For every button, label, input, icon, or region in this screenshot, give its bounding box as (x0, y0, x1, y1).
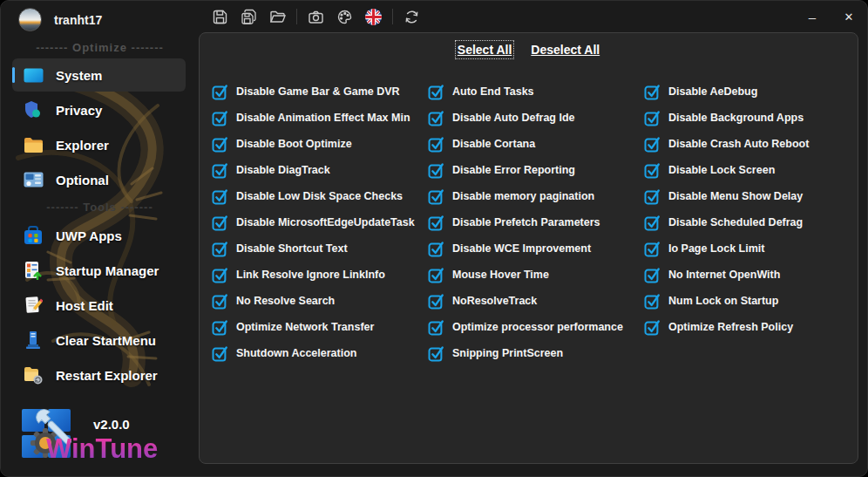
checkbox-item[interactable]: Shutdown Acceleration (212, 340, 425, 366)
sidebar-item-privacy[interactable]: Privacy (12, 93, 186, 126)
checkbox-checked-icon (644, 162, 661, 179)
sidebar-item-system[interactable]: System (12, 58, 186, 92)
checkbox-checked-icon (644, 110, 661, 126)
checkbox-item[interactable]: Disable Cortana (428, 131, 641, 157)
sidebar-item-label: Privacy (56, 103, 102, 118)
checkbox-column-2: Auto End Tasks Disable Auto Defrag Ide D… (428, 78, 641, 366)
checkbox-item[interactable]: Optimize Refresh Policy (644, 314, 858, 340)
optional-panel-icon (22, 168, 44, 191)
checkbox-item[interactable]: Disable Animation Effect Max Min (212, 105, 425, 131)
checkbox-item[interactable]: Disable Shortcut Text (212, 235, 425, 262)
checkbox-checked-icon (212, 84, 228, 100)
checkbox-checked-icon (428, 267, 444, 283)
language-uk-flag-button[interactable] (359, 3, 388, 30)
checkbox-item[interactable]: Optimize processor performance (428, 314, 641, 340)
checkbox-item[interactable]: Disable Low Disk Space Checks (212, 183, 425, 209)
checkbox-label: Disable Background Apps (668, 112, 804, 124)
toolbar-separator (296, 9, 297, 24)
checkbox-checked-icon (212, 241, 228, 257)
checkbox-checked-icon (644, 241, 661, 257)
checkbox-checked-icon (644, 319, 661, 336)
checkbox-checked-icon (428, 136, 444, 153)
sidebar-item-optional[interactable]: Optional (12, 163, 186, 196)
checkbox-label: Optimize Network Transfer (236, 321, 374, 333)
checkbox-item[interactable]: Disable AeDebug (644, 78, 858, 105)
app-version: v2.0.0 (93, 417, 130, 432)
checkbox-label: Disable MicrosoftEdgeUpdateTask (236, 216, 415, 228)
sidebar-item-label: Clear StartMenu (56, 333, 156, 348)
checkbox-item[interactable]: Disable Prefetch Parameters (428, 209, 641, 235)
checkbox-checked-icon (428, 84, 444, 100)
system-icon (22, 64, 44, 86)
checkbox-column-3: Disable AeDebug Disable Background Apps … (644, 78, 858, 340)
sidebar-item-explorer[interactable]: Explorer (12, 128, 186, 161)
tools-section-separator: ------- Tools ------- (1, 201, 199, 214)
checkbox-checked-icon (644, 136, 661, 153)
checkbox-item[interactable]: Mouse Hover Time (428, 262, 641, 288)
main-panel: Select All Deselect All Disable Game Bar… (199, 32, 858, 464)
save-copy-button[interactable] (234, 3, 263, 30)
checkbox-label: Disable Boot Optimize (236, 138, 352, 150)
checkbox-item[interactable]: Disable Lock Screen (644, 157, 858, 183)
checkbox-label: Disable Crash Auto Reboot (668, 138, 809, 150)
checkbox-checked-icon (428, 215, 444, 231)
checkbox-item[interactable]: Optimize Network Transfer (212, 314, 425, 340)
checkbox-item[interactable]: Disable Scheduled Defrag (644, 209, 858, 235)
startup-manager-icon (22, 259, 44, 282)
checkbox-item[interactable]: NoResolveTrack (428, 288, 641, 314)
screenshot-camera-button[interactable] (302, 3, 330, 30)
checkbox-item[interactable]: Link Resolve Ignore LinkInfo (212, 262, 425, 288)
checkbox-item[interactable]: Disable Auto Defrag Ide (428, 105, 641, 131)
checkbox-checked-icon (212, 293, 228, 310)
sidebar-item-startup-manager[interactable]: Startup Manager (12, 254, 186, 287)
close-button[interactable]: ✕ (831, 3, 867, 30)
checkbox-item[interactable]: Disable Menu Show Delay (644, 183, 858, 209)
selection-links: Select All Deselect All (200, 43, 858, 57)
select-all-link[interactable]: Select All (458, 43, 512, 57)
checkbox-checked-icon (212, 215, 228, 231)
checkbox-item[interactable]: Io Page Lock Limit (644, 235, 858, 262)
sidebar-item-restart-explorer[interactable]: Restart Explorer (12, 358, 186, 392)
theme-palette-button[interactable] (330, 3, 359, 30)
checkbox-label: Disable DiagTrack (236, 164, 330, 176)
user-profile[interactable]: tranht17 (18, 8, 102, 31)
sidebar-item-label: Startup Manager (56, 263, 159, 278)
sidebar-item-clear-startmenu[interactable]: Clear StartMenu (12, 324, 186, 357)
checkbox-item[interactable]: Disable MicrosoftEdgeUpdateTask (212, 209, 425, 235)
checkbox-label: Optimize Refresh Policy (668, 321, 793, 333)
sidebar-item-label: Restart Explorer (56, 368, 158, 383)
save-button[interactable] (206, 3, 234, 30)
checkbox-item[interactable]: Disable DiagTrack (212, 157, 425, 183)
checkbox-label: Disable Game Bar & Game DVR (236, 85, 400, 98)
checkbox-item[interactable]: Auto End Tasks (428, 78, 641, 105)
optimize-section-separator: ------- Optimize ------- (1, 41, 199, 54)
checkbox-label: Shutdown Acceleration (236, 347, 356, 359)
checkbox-checked-icon (428, 110, 444, 126)
checkbox-checked-icon (644, 84, 661, 100)
checkbox-column-1: Disable Game Bar & Game DVR Disable Anim… (212, 78, 425, 366)
sidebar-item-label: Optional (56, 173, 109, 187)
minimize-button[interactable]: – (794, 3, 831, 30)
deselect-all-link[interactable]: Deselect All (531, 43, 600, 57)
sidebar-item-host-edit[interactable]: Host Edit (12, 289, 186, 322)
checkbox-item[interactable]: Num Lock on Startup (644, 288, 858, 314)
checkbox-item[interactable]: Disable Boot Optimize (212, 131, 425, 157)
checkbox-label: Num Lock on Startup (668, 295, 778, 307)
titlebar: – ✕ (199, 1, 867, 32)
checkbox-item[interactable]: Disable Game Bar & Game DVR (212, 78, 425, 105)
checkbox-item[interactable]: Disable Crash Auto Reboot (644, 131, 858, 157)
checkbox-checked-icon (212, 319, 228, 336)
checkbox-label: Disable Error Reporting (452, 164, 575, 176)
checkbox-item[interactable]: Disable Background Apps (644, 105, 858, 131)
checkbox-item[interactable]: No Internet OpenWith (644, 262, 858, 288)
checkbox-checked-icon (428, 162, 444, 179)
checkbox-item[interactable]: Disable WCE Improvement (428, 235, 641, 262)
sidebar-item-uwp-apps[interactable]: UWP Apps (12, 219, 186, 252)
checkbox-item[interactable]: Disable memory pagination (428, 183, 641, 209)
open-folder-button[interactable] (263, 3, 292, 30)
refresh-button[interactable] (397, 3, 426, 30)
checkbox-item[interactable]: Snipping PrintScreen (428, 340, 641, 366)
checkbox-item[interactable]: Disable Error Reporting (428, 157, 641, 183)
checkbox-item[interactable]: No Resolve Search (212, 288, 425, 314)
checkbox-checked-icon (212, 136, 228, 153)
